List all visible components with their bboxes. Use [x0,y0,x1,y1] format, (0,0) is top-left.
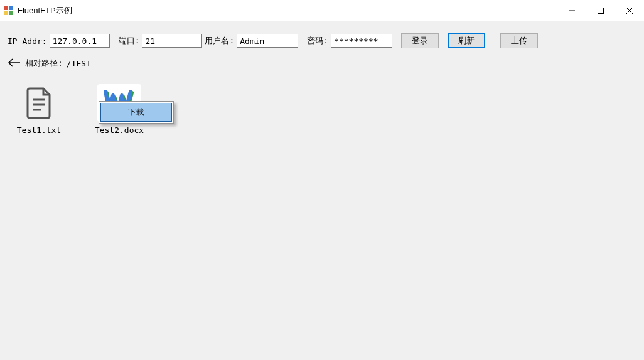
svg-rect-5 [598,8,604,13]
client-area: IP Addr: 端口: 用户名: 密码: 登录 刷新 上传 相对路径:/TES… [0,21,644,360]
file-item[interactable]: Test1.txt [11,84,67,135]
connection-toolbar: IP Addr: 端口: 用户名: 密码: 登录 刷新 上传 [8,33,636,49]
path-value: /TEST [67,59,91,68]
window-controls [557,0,644,21]
context-menu-download[interactable]: 下载 [100,103,172,122]
refresh-button[interactable]: 刷新 [448,33,485,48]
port-input[interactable] [142,34,202,48]
upload-button[interactable]: 上传 [500,33,538,48]
text-file-icon [17,84,61,122]
close-button[interactable] [615,0,644,21]
path-label: 相对路径: [25,58,63,69]
pass-input[interactable] [331,34,392,48]
maximize-button[interactable] [586,0,615,21]
window-title: FluentFTP示例 [18,5,557,16]
svg-rect-2 [4,11,8,15]
file-name: Test1.txt [17,125,61,135]
svg-rect-3 [9,11,13,15]
user-label: 用户名: [205,35,234,46]
file-name: Test2.docx [95,125,144,135]
ip-label: IP Addr: [8,36,47,46]
app-icon [4,6,14,16]
context-menu: 下载 [99,101,174,124]
back-arrow-icon[interactable] [8,58,21,69]
title-bar: FluentFTP示例 [0,0,644,21]
user-input[interactable] [237,34,298,48]
ip-input[interactable] [50,34,110,48]
pass-label: 密码: [307,35,328,46]
svg-rect-0 [4,6,8,10]
port-label: 端口: [119,35,140,46]
login-button[interactable]: 登录 [401,33,439,48]
path-row: 相对路径:/TEST [8,58,636,69]
minimize-button[interactable] [557,0,586,21]
svg-rect-1 [9,6,13,10]
